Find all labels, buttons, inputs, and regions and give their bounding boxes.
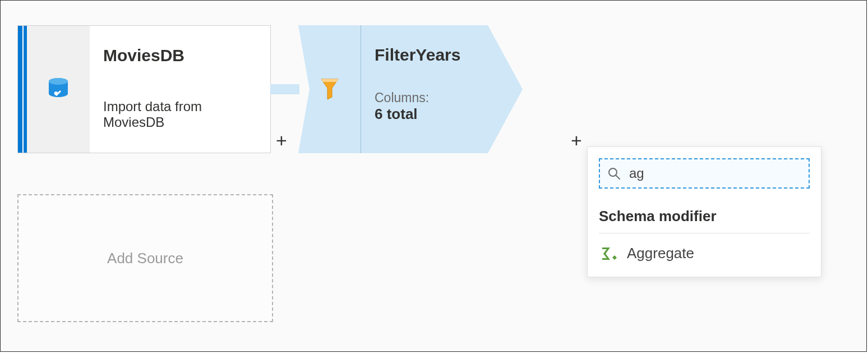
node-source-moviesdb[interactable]: MoviesDB Import data from MoviesDB (17, 25, 271, 153)
transformation-picker-popup: Schema modifier Aggregate (587, 146, 821, 277)
node-body: MoviesDB Import data from MoviesDB (90, 26, 270, 153)
popup-section-title: Schema modifier (599, 208, 810, 233)
node-icon-column (298, 25, 361, 153)
svg-line-3 (616, 175, 620, 179)
transformation-search-box[interactable] (599, 158, 810, 189)
database-icon (48, 78, 69, 100)
search-icon (608, 167, 620, 180)
node-title: FilterYears (375, 45, 509, 65)
filter-icon (320, 78, 339, 100)
add-source-button[interactable]: Add Source (17, 194, 273, 322)
add-step-button[interactable]: + (276, 131, 287, 150)
node-description: Import data from MoviesDB (103, 99, 257, 130)
aggregate-icon (601, 246, 617, 261)
transformation-item-label: Aggregate (627, 245, 694, 262)
node-icon-column (27, 26, 90, 153)
dataflow-canvas[interactable]: MoviesDB Import data from MoviesDB + Fil… (0, 0, 867, 352)
svg-point-1 (49, 78, 68, 85)
columns-label: Columns: (375, 90, 509, 106)
add-source-label: Add Source (107, 250, 183, 267)
transformation-search-input[interactable] (628, 165, 801, 182)
node-title: MoviesDB (103, 46, 257, 65)
add-step-button[interactable]: + (571, 131, 582, 150)
connector-source-to-filter (270, 84, 299, 94)
node-filter-filteryears[interactable]: FilterYears Columns: 6 total (298, 25, 523, 153)
transformation-item-aggregate[interactable]: Aggregate (599, 233, 810, 269)
node-body: FilterYears Columns: 6 total (361, 25, 523, 153)
columns-value: 6 total (375, 106, 509, 123)
selection-stripe-outer (18, 26, 24, 153)
